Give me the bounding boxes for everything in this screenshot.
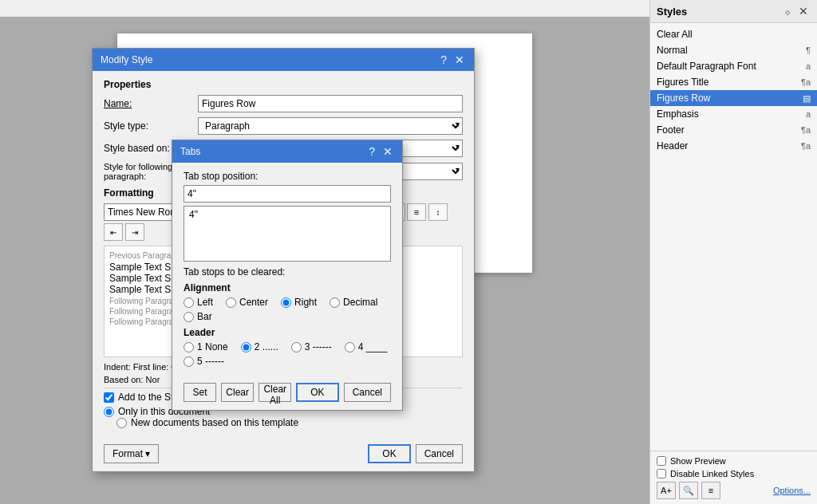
- modify-style-ok-btn[interactable]: OK: [368, 444, 410, 463]
- styles-panel-title: Styles: [657, 6, 687, 18]
- new-docs-label: New documents based on this template: [131, 417, 298, 428]
- styles-panel-header: Styles ⬦ ✕: [650, 0, 817, 23]
- footer-left: Format ▾: [104, 444, 159, 463]
- name-input[interactable]: [198, 95, 463, 112]
- styles-panel-collapse-icon[interactable]: ⬦: [782, 5, 793, 18]
- tabs-close-btn[interactable]: ✕: [381, 145, 394, 158]
- tab-stop-position-label: Tab stop position:: [184, 171, 391, 182]
- style-item-figures-title[interactable]: Figures Title ¶a: [650, 74, 817, 90]
- leader-none-label: 1 None: [197, 341, 228, 352]
- style-item-header[interactable]: Header ¶a: [650, 138, 817, 154]
- tabs-dialog-body: Tab stop position: 4" Tab stops to be cl…: [172, 163, 402, 378]
- indent-increase-btn[interactable]: ⇥: [125, 223, 144, 241]
- align-decimal-label: Decimal: [343, 297, 377, 308]
- leader-none-radio-label: 1 None: [184, 341, 228, 352]
- tabs-help-btn[interactable]: ?: [367, 145, 377, 158]
- styles-list: Clear All Normal ¶ Default Paragraph Fon…: [650, 23, 817, 451]
- style-icon: ▤: [803, 93, 811, 104]
- show-preview-label: Show Preview: [670, 456, 726, 466]
- align-bar-radio[interactable]: [184, 312, 194, 322]
- tabs-cancel-btn[interactable]: Cancel: [344, 383, 391, 402]
- tabs-dialog-title: Tabs: [180, 146, 200, 157]
- align-left-label: Left: [197, 297, 213, 308]
- align-center-radio[interactable]: [226, 297, 236, 308]
- style-item-emphasis[interactable]: Emphasis a: [650, 106, 817, 122]
- leader-dots-radio[interactable]: [241, 342, 251, 352]
- style-label: Normal: [657, 45, 688, 56]
- tab-stop-position-input[interactable]: [184, 185, 391, 203]
- only-doc-radio[interactable]: [104, 407, 114, 417]
- add-to-styles-checkbox[interactable]: [104, 392, 114, 403]
- show-preview-row: Show Preview: [657, 456, 811, 466]
- tabs-listbox-item: 4": [186, 208, 389, 221]
- manage-styles-icon-btn[interactable]: ≡: [701, 482, 720, 499]
- tabs-listbox[interactable]: 4": [184, 206, 391, 262]
- align-left-radio[interactable]: [184, 297, 194, 308]
- show-preview-checkbox[interactable]: [657, 456, 666, 466]
- style-label: Figures Title: [657, 77, 708, 88]
- leader-none-radio[interactable]: [184, 342, 194, 352]
- styles-bottom-icons: A+ 🔍 ≡ Options...: [657, 482, 811, 499]
- tabs-clear-all-btn[interactable]: Clear All: [259, 383, 291, 402]
- footer-right: OK Cancel: [368, 444, 463, 463]
- align-right-radio-label: Right: [281, 297, 317, 308]
- style-item-footer[interactable]: Footer ¶a: [650, 122, 817, 138]
- inspect-style-icon-btn[interactable]: 🔍: [679, 482, 698, 499]
- style-icon: ¶a: [801, 125, 811, 135]
- modify-style-help-btn[interactable]: ?: [439, 53, 448, 66]
- leader-dashes-label: 3 ------: [305, 341, 332, 352]
- leader-dots-radio-label: 2 ......: [241, 341, 278, 352]
- style-item-default-para[interactable]: Default Paragraph Font a: [650, 58, 817, 74]
- indent-decrease-btn[interactable]: ⇤: [104, 223, 123, 241]
- style-item-clear-all[interactable]: Clear All: [650, 26, 817, 42]
- tabs-footer: Set Clear Clear All OK Cancel: [172, 378, 402, 410]
- modify-style-footer: Format ▾ OK Cancel: [93, 439, 474, 471]
- styles-panel-close-icon[interactable]: ✕: [796, 5, 811, 18]
- alignment-group-label: Alignment: [184, 282, 391, 293]
- style-label: Emphasis: [657, 108, 699, 120]
- align-center-radio-label: Center: [226, 297, 268, 308]
- leader-thin-dashes-radio[interactable]: [184, 356, 194, 367]
- align-right-label: Right: [294, 297, 317, 308]
- align-decimal-radio-label: Decimal: [330, 297, 377, 308]
- new-style-icon-btn[interactable]: A+: [657, 482, 676, 499]
- leader-underline-label: 4 ____: [358, 341, 388, 352]
- dialog-titlebar-controls: ? ✕: [439, 53, 466, 66]
- align-decimal-radio[interactable]: [330, 297, 340, 308]
- align-bar-radio-label: Bar: [184, 311, 212, 322]
- alignment-radio-group: Left Center Right Decimal Bar: [184, 297, 391, 322]
- styles-panel-footer: Show Preview Disable Linked Styles A+ 🔍 …: [650, 451, 817, 504]
- leader-radio-group: 1 None 2 ...... 3 ------ 4 ____ 5 ------: [184, 341, 391, 367]
- style-label: Figures Row: [657, 93, 710, 104]
- style-type-select[interactable]: Paragraph: [198, 117, 463, 135]
- tabs-ok-btn[interactable]: OK: [296, 383, 338, 402]
- tabs-set-btn[interactable]: Set: [184, 383, 216, 402]
- style-item-figures-row[interactable]: Figures Row ▤: [650, 90, 817, 106]
- style-icon: ¶a: [801, 77, 811, 87]
- leader-dashes-radio[interactable]: [291, 342, 302, 352]
- modify-style-cancel-btn[interactable]: Cancel: [416, 444, 463, 463]
- align-center-label: Center: [239, 297, 268, 308]
- leader-underline-radio[interactable]: [345, 342, 355, 352]
- modify-style-title: Modify Style: [101, 54, 152, 65]
- style-label: Header: [657, 140, 688, 152]
- line-spacing-btn[interactable]: ↕: [428, 203, 448, 221]
- styles-panel-controls: ⬦ ✕: [782, 5, 811, 18]
- new-docs-radio[interactable]: [116, 418, 127, 428]
- name-row: Name:: [104, 95, 463, 112]
- options-link[interactable]: Options...: [773, 486, 811, 495]
- tabs-clear-btn[interactable]: Clear: [221, 383, 254, 402]
- style-item-normal[interactable]: Normal ¶: [650, 42, 817, 58]
- leader-group-label: Leader: [184, 327, 391, 338]
- style-icon: a: [806, 109, 811, 119]
- format-button[interactable]: Format ▾: [104, 444, 159, 463]
- align-justify-btn[interactable]: ≡: [407, 203, 426, 221]
- leader-thin-dashes-label: 5 ------: [197, 356, 224, 367]
- disable-linked-label: Disable Linked Styles: [670, 469, 754, 478]
- leader-thin-dashes-radio-label: 5 ------: [184, 356, 224, 367]
- tabs-titlebar-controls: ? ✕: [367, 145, 394, 158]
- style-icon: ¶: [806, 45, 811, 55]
- align-right-radio[interactable]: [281, 297, 291, 308]
- modify-style-close-btn[interactable]: ✕: [453, 53, 466, 66]
- disable-linked-checkbox[interactable]: [657, 469, 666, 478]
